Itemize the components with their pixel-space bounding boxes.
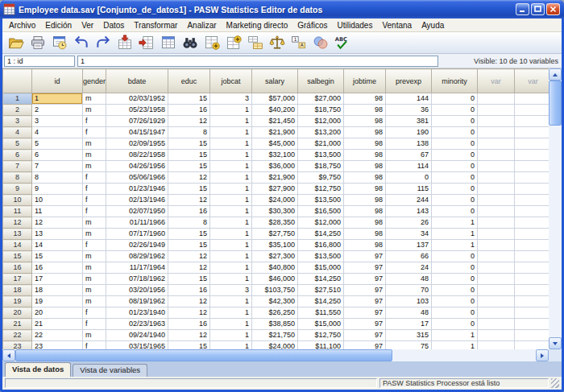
cell[interactable]: $16,800	[298, 240, 344, 251]
cell[interactable]: 20	[32, 307, 83, 319]
cell[interactable]: 98	[344, 161, 386, 172]
cell[interactable]: $57,000	[252, 93, 298, 105]
cell-empty[interactable]	[515, 251, 552, 262]
cell[interactable]: 05/23/1958	[106, 105, 168, 116]
cell[interactable]: $30,300	[252, 206, 298, 217]
horizontal-scroll-track[interactable]	[15, 349, 536, 361]
minimize-button[interactable]	[516, 3, 529, 15]
cell-empty[interactable]	[478, 150, 515, 161]
cell[interactable]: 381	[386, 116, 432, 127]
scroll-up-button[interactable]	[549, 68, 562, 80]
cell[interactable]: $27,750	[252, 229, 298, 240]
cell[interactable]: 1	[210, 161, 252, 172]
cell[interactable]: 103	[386, 296, 432, 307]
cell[interactable]: $38,850	[252, 319, 298, 330]
cell[interactable]: 1	[210, 127, 252, 138]
cell[interactable]: 48	[386, 307, 432, 319]
cell[interactable]: 02/26/1949	[106, 240, 168, 251]
cell[interactable]: $13,500	[298, 195, 344, 206]
cell[interactable]: 97	[344, 319, 386, 330]
cell[interactable]: 36	[386, 105, 432, 116]
column-header-jobcat[interactable]: jobcat	[210, 69, 252, 93]
cell[interactable]: 1	[432, 217, 478, 229]
cell[interactable]: 0	[432, 172, 478, 184]
cell[interactable]: 04/26/1956	[106, 161, 168, 172]
cell[interactable]: 15	[168, 274, 210, 285]
cell[interactable]: 98	[344, 105, 386, 116]
cell[interactable]: 1	[210, 262, 252, 274]
selected-cell[interactable]: 1	[32, 93, 83, 105]
cell-empty[interactable]	[515, 319, 552, 330]
cell[interactable]: $18,750	[298, 161, 344, 172]
cell-empty[interactable]	[515, 262, 552, 274]
cell[interactable]: $13,500	[298, 150, 344, 161]
cell[interactable]: 08/19/1962	[106, 296, 168, 307]
cell[interactable]: m	[83, 330, 106, 341]
cell-empty[interactable]	[478, 319, 515, 330]
cell[interactable]: 1	[210, 150, 252, 161]
cell[interactable]: 8	[168, 127, 210, 138]
cell[interactable]: $28,350	[252, 217, 298, 229]
cell[interactable]: 98	[344, 127, 386, 138]
cell[interactable]: 98	[344, 138, 386, 150]
cell[interactable]: m	[83, 161, 106, 172]
spell-check-icon[interactable]	[332, 34, 352, 52]
cell[interactable]: 97	[344, 296, 386, 307]
cell[interactable]: $36,000	[252, 161, 298, 172]
menu-edición[interactable]: Edición	[40, 20, 77, 31]
cell[interactable]: 0	[432, 319, 478, 330]
column-header-salary[interactable]: salary	[252, 69, 298, 93]
row-number[interactable]: 12	[3, 217, 32, 229]
cell[interactable]: $40,800	[252, 262, 298, 274]
cell[interactable]: 16	[168, 285, 210, 296]
cell[interactable]: 08/29/1962	[106, 251, 168, 262]
column-header-prevexp[interactable]: prevexp	[386, 69, 432, 93]
cell-empty[interactable]	[478, 262, 515, 274]
menu-gráficos[interactable]: Gráficos	[292, 20, 332, 31]
cell[interactable]: m	[83, 285, 106, 296]
cell[interactable]: 08/22/1958	[106, 150, 168, 161]
cell-empty[interactable]	[515, 184, 552, 195]
row-number[interactable]: 20	[3, 307, 32, 319]
cell[interactable]: 04/15/1947	[106, 127, 168, 138]
cell[interactable]: 3	[210, 93, 252, 105]
cell[interactable]: $27,510	[298, 285, 344, 296]
cell[interactable]: m	[83, 105, 106, 116]
cell[interactable]: $12,000	[298, 116, 344, 127]
menu-archivo[interactable]: Archivo	[4, 20, 40, 31]
cell[interactable]: m	[83, 150, 106, 161]
cell-empty[interactable]	[478, 307, 515, 319]
cell[interactable]: 12	[168, 195, 210, 206]
cell[interactable]: f	[83, 172, 106, 184]
cell[interactable]: 15	[168, 161, 210, 172]
cell-empty[interactable]	[478, 195, 515, 206]
goto-case-icon[interactable]	[114, 34, 135, 52]
cell[interactable]: $103,750	[252, 285, 298, 296]
menu-utilidades[interactable]: Utilidades	[332, 20, 377, 31]
cell[interactable]: $15,000	[298, 319, 344, 330]
cell[interactable]: $14,250	[298, 229, 344, 240]
cell-empty[interactable]	[478, 138, 515, 150]
column-header-var-11[interactable]: var	[515, 69, 552, 93]
cell[interactable]: 315	[386, 330, 432, 341]
cell[interactable]: m	[83, 296, 106, 307]
cell[interactable]: 0	[432, 274, 478, 285]
cell[interactable]: 24	[386, 262, 432, 274]
menu-ver[interactable]: Ver	[77, 20, 98, 31]
split-file-icon[interactable]	[245, 34, 265, 52]
vertical-scroll-track[interactable]	[549, 80, 562, 337]
cell[interactable]: 1	[210, 240, 252, 251]
cell[interactable]: $21,750	[252, 330, 298, 341]
cell-empty[interactable]	[515, 93, 552, 105]
cell-empty[interactable]	[515, 274, 552, 285]
insert-variable-icon[interactable]	[223, 34, 243, 52]
cell[interactable]: $12,000	[298, 217, 344, 229]
cell-empty[interactable]	[478, 105, 515, 116]
row-number[interactable]: 17	[3, 274, 32, 285]
cell[interactable]: $13,500	[298, 251, 344, 262]
cell[interactable]: 12	[32, 217, 83, 229]
cell[interactable]: 8	[32, 172, 83, 184]
cell[interactable]: $27,300	[252, 251, 298, 262]
tab-vista-de-datos[interactable]: Vista de datos	[5, 362, 71, 377]
cell[interactable]: 22	[32, 330, 83, 341]
